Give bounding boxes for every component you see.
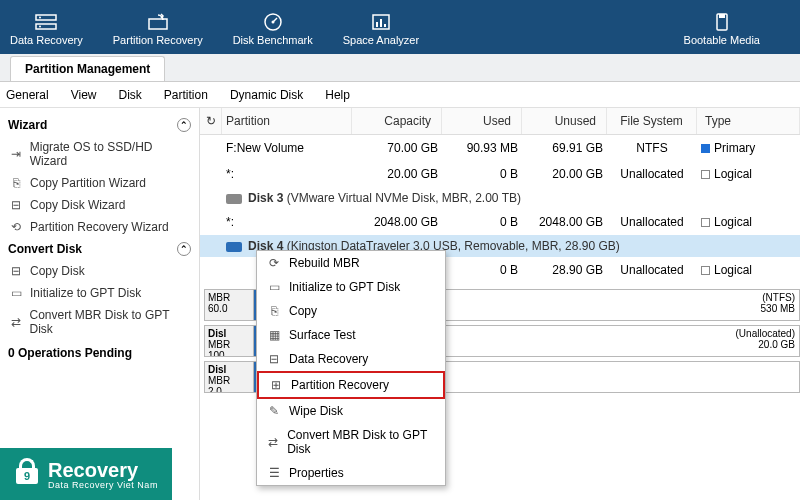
cell-used: 0 B: [442, 165, 522, 183]
copy-icon: ⎘: [265, 304, 283, 318]
cell-fs: Unallocated: [607, 165, 697, 183]
type-chip-icon: [701, 266, 710, 275]
svg-rect-11: [384, 24, 386, 27]
partition-row[interactable]: F:New Volume 70.00 GB 90.93 MB 69.91 GB …: [200, 135, 800, 161]
disk-map-caption: (Unallocated)20.0 GB: [736, 328, 795, 350]
sidebar-convert-header[interactable]: Convert Disk ⌃: [6, 238, 193, 260]
col-capacity[interactable]: Capacity: [352, 108, 442, 134]
sidebar-copy-disk-2[interactable]: ⊟Copy Disk: [6, 260, 193, 282]
toolbar-data-recovery[interactable]: Data Recovery: [10, 12, 83, 46]
toolbar-label: Bootable Media: [684, 34, 760, 46]
cell-partition: F:New Volume: [222, 139, 352, 157]
ctx-label: Partition Recovery: [291, 378, 389, 392]
collapse-icon[interactable]: ⌃: [177, 118, 191, 132]
sidebar-item-label: Initialize to GPT Disk: [30, 286, 141, 300]
sidebar-convert-mbr-gpt[interactable]: ⇄Convert MBR Disk to GPT Disk: [6, 304, 193, 340]
rebuild-icon: ⟳: [265, 256, 283, 270]
tab-partition-management[interactable]: Partition Management: [10, 56, 165, 81]
lock-icon: 9: [14, 458, 40, 492]
sidebar-init-gpt[interactable]: ▭Initialize to GPT Disk: [6, 282, 193, 304]
menu-view[interactable]: View: [71, 88, 97, 102]
svg-point-2: [39, 17, 41, 19]
init-icon: ▭: [265, 280, 283, 294]
ctx-properties[interactable]: ☰Properties: [257, 461, 445, 485]
sidebar-item-label: Copy Partition Wizard: [30, 176, 146, 190]
disk-map-label: DislMBR100: [204, 325, 254, 357]
collapse-icon[interactable]: ⌃: [177, 242, 191, 256]
type-chip-icon: [701, 218, 710, 227]
svg-point-7: [271, 21, 274, 24]
ctx-label: Wipe Disk: [289, 404, 343, 418]
sidebar-wizard-header[interactable]: Wizard ⌃: [6, 114, 193, 136]
cell-capacity: 70.00 GB: [352, 139, 442, 157]
type-chip-icon: [701, 170, 710, 179]
sidebar-copy-partition[interactable]: ⎘Copy Partition Wizard: [6, 172, 193, 194]
cell-fs: NTFS: [607, 139, 697, 157]
col-filesystem[interactable]: File System: [607, 108, 697, 134]
wipe-icon: ✎: [265, 404, 283, 418]
cell-fs: Unallocated: [607, 213, 697, 231]
menu-disk[interactable]: Disk: [119, 88, 142, 102]
cell-partition: *:: [222, 165, 352, 183]
menu-dynamic-disk[interactable]: Dynamic Disk: [230, 88, 303, 102]
ctx-convert-mbr-gpt[interactable]: ⇄Convert MBR Disk to GPT Disk: [257, 423, 445, 461]
partition-recovery-icon: [146, 12, 170, 32]
copy-icon: ⊟: [8, 264, 24, 278]
cell-fs: Unallocated: [607, 261, 697, 279]
toolbar-label: Space Analyzer: [343, 34, 419, 46]
disk-map-label: MBR60.0: [204, 289, 254, 321]
ctx-label: Copy: [289, 304, 317, 318]
sidebar-migrate-os[interactable]: ⇥Migrate OS to SSD/HD Wizard: [6, 136, 193, 172]
ctx-partition-recovery[interactable]: ⊞Partition Recovery: [257, 371, 445, 399]
toolbar-bootable-media[interactable]: Bootable Media: [684, 12, 760, 46]
disk-map-label: DislMBR2.0: [204, 361, 254, 393]
ctx-copy[interactable]: ⎘Copy: [257, 299, 445, 323]
cell-used: 0 B: [442, 213, 522, 231]
sidebar-item-label: Migrate OS to SSD/HD Wizard: [30, 140, 191, 168]
col-partition[interactable]: Partition: [222, 108, 352, 134]
toolbar-space-analyzer[interactable]: Space Analyzer: [343, 12, 419, 46]
sidebar-head-label: Wizard: [8, 118, 47, 132]
convert-icon: ⇄: [8, 315, 24, 329]
ctx-wipe-disk[interactable]: ✎Wipe Disk: [257, 399, 445, 423]
ctx-label: Initialize to GPT Disk: [289, 280, 400, 294]
toolbar-disk-benchmark[interactable]: Disk Benchmark: [233, 12, 313, 46]
toolbar-partition-recovery[interactable]: Partition Recovery: [113, 12, 203, 46]
col-unused[interactable]: Unused: [522, 108, 607, 134]
menu-partition[interactable]: Partition: [164, 88, 208, 102]
partition-row[interactable]: *: 2048.00 GB 0 B 2048.00 GB Unallocated…: [200, 209, 800, 235]
ctx-surface-test[interactable]: ▦Surface Test: [257, 323, 445, 347]
init-icon: ▭: [8, 286, 24, 300]
ctx-data-recovery[interactable]: ⊟Data Recovery: [257, 347, 445, 371]
operations-pending: 0 Operations Pending: [6, 340, 193, 366]
menu-general[interactable]: General: [6, 88, 49, 102]
cell-unused: 2048.00 GB: [522, 213, 607, 231]
cell-type: Logical: [697, 165, 800, 183]
refresh-icon[interactable]: ↻: [200, 108, 222, 134]
sidebar-item-label: Partition Recovery Wizard: [30, 220, 169, 234]
col-used[interactable]: Used: [442, 108, 522, 134]
menu-help[interactable]: Help: [325, 88, 350, 102]
partition-row[interactable]: *: 20.00 GB 0 B 20.00 GB Unallocated Log…: [200, 161, 800, 187]
toolbar-label: Data Recovery: [10, 34, 83, 46]
cell-type: Logical: [697, 261, 800, 279]
context-menu: ⟳Rebuild MBR ▭Initialize to GPT Disk ⎘Co…: [256, 250, 446, 486]
disk-icon: [226, 194, 242, 204]
disk-header-row[interactable]: Disk 3 (VMware Virtual NVMe Disk, MBR, 2…: [200, 187, 800, 209]
sidebar-item-label: Copy Disk Wizard: [30, 198, 125, 212]
sidebar-item-label: Copy Disk: [30, 264, 85, 278]
copy-partition-icon: ⎘: [8, 176, 24, 190]
ctx-label: Convert MBR Disk to GPT Disk: [287, 428, 437, 456]
sidebar-copy-disk[interactable]: ⊟Copy Disk Wizard: [6, 194, 193, 216]
cell-unused: 20.00 GB: [522, 165, 607, 183]
ctx-rebuild-mbr[interactable]: ⟳Rebuild MBR: [257, 251, 445, 275]
col-type[interactable]: Type: [697, 108, 800, 134]
sidebar-head-label: Convert Disk: [8, 242, 82, 256]
watermark-title: Recovery: [48, 460, 158, 480]
svg-point-3: [39, 26, 41, 28]
ctx-label: Data Recovery: [289, 352, 368, 366]
ctx-init-gpt[interactable]: ▭Initialize to GPT Disk: [257, 275, 445, 299]
cell-used: 90.93 MB: [442, 139, 522, 157]
sidebar-partition-recovery[interactable]: ⟲Partition Recovery Wizard: [6, 216, 193, 238]
svg-rect-10: [380, 19, 382, 27]
